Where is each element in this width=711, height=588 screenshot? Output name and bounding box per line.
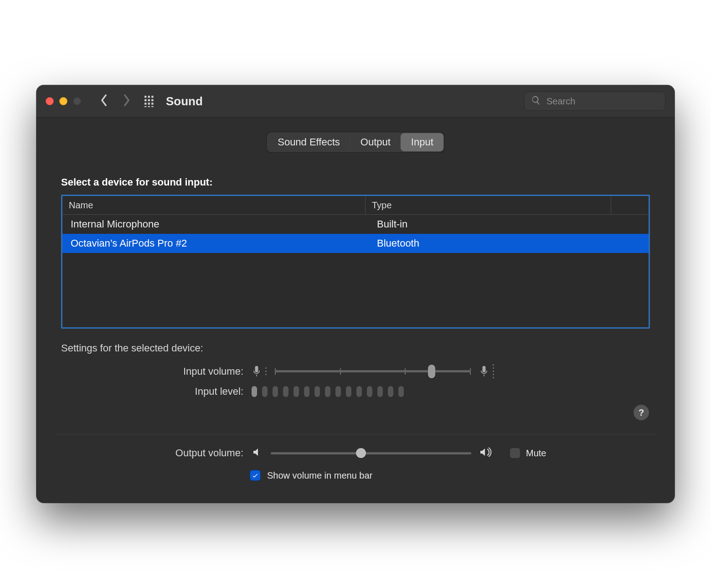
mute-label: Mute — [526, 448, 546, 459]
help-button[interactable]: ? — [634, 405, 649, 420]
back-button[interactable] — [99, 94, 108, 109]
level-bar — [283, 386, 289, 397]
svg-rect-7 — [148, 103, 150, 104]
level-bar — [398, 386, 404, 397]
titlebar: Sound — [36, 85, 675, 118]
svg-rect-5 — [151, 99, 153, 101]
tab-sound-effects[interactable]: Sound Effects — [268, 133, 350, 151]
svg-rect-9 — [144, 106, 146, 107]
search-input[interactable] — [546, 96, 639, 107]
tab-output[interactable]: Output — [350, 133, 401, 151]
mute-checkbox[interactable] — [510, 448, 520, 459]
close-window-button[interactable] — [46, 97, 54, 105]
output-volume-slider[interactable] — [271, 446, 471, 460]
divider — [55, 434, 656, 434]
device-row[interactable]: Octavian’s AirPods Pro #2 Bluetooth — [62, 234, 649, 253]
svg-rect-4 — [148, 99, 150, 101]
svg-rect-10 — [148, 106, 150, 107]
input-level-meter — [252, 386, 404, 397]
tab-input[interactable]: Input — [401, 133, 443, 151]
input-device-list[interactable]: Name Type Internal Microphone Built-in O… — [61, 195, 650, 329]
svg-rect-6 — [144, 103, 146, 104]
input-volume-slider[interactable] — [275, 365, 471, 378]
zoom-window-button[interactable] — [73, 97, 81, 105]
level-bar — [367, 386, 372, 397]
nav-buttons — [99, 94, 131, 109]
input-volume-label: Input volume: — [61, 366, 243, 377]
svg-rect-0 — [144, 96, 146, 98]
level-bar — [356, 386, 362, 397]
input-section-title: Select a device for sound input: — [61, 176, 650, 188]
device-type: Built-in — [369, 218, 649, 230]
device-list-header: Name Type — [62, 196, 649, 215]
svg-rect-11 — [151, 106, 153, 107]
show-volume-menubar-label: Show volume in menu bar — [267, 470, 372, 481]
forward-button[interactable] — [122, 94, 131, 109]
search-icon — [531, 95, 541, 108]
mic-high-icon — [479, 364, 494, 378]
selected-device-settings-title: Settings for the selected device: — [61, 342, 650, 354]
preferences-window: Sound Sound Effects Output Input Select … — [36, 85, 675, 503]
mic-low-icon — [252, 365, 267, 378]
speaker-high-icon — [479, 447, 493, 460]
svg-rect-3 — [144, 99, 146, 101]
level-bar — [304, 386, 309, 397]
device-row[interactable]: Internal Microphone Built-in — [62, 215, 649, 234]
show-all-button[interactable] — [144, 95, 156, 107]
device-type: Bluetooth — [369, 237, 649, 249]
device-name: Internal Microphone — [62, 218, 369, 230]
column-name[interactable]: Name — [62, 200, 365, 211]
level-bar — [377, 386, 383, 397]
show-volume-menubar-checkbox[interactable] — [250, 470, 261, 481]
level-bar — [262, 386, 268, 397]
column-spacer — [611, 196, 649, 214]
tabs: Sound Effects Output Input — [267, 132, 444, 152]
level-bar — [325, 386, 330, 397]
svg-rect-2 — [151, 96, 153, 98]
level-bar — [252, 386, 257, 397]
level-bar — [314, 386, 320, 397]
svg-rect-1 — [148, 96, 150, 98]
page-title: Sound — [166, 94, 203, 108]
level-bar — [388, 386, 393, 397]
svg-rect-8 — [151, 103, 153, 104]
input-level-label: Input level: — [61, 386, 243, 397]
content: Sound Effects Output Input Select a devi… — [36, 118, 675, 503]
level-bar — [273, 386, 278, 397]
speaker-low-icon — [252, 447, 263, 460]
minimize-window-button[interactable] — [59, 97, 67, 105]
output-volume-label: Output volume: — [61, 447, 243, 459]
column-type[interactable]: Type — [365, 196, 611, 214]
device-name: Octavian’s AirPods Pro #2 — [62, 237, 369, 249]
traffic-lights — [46, 97, 81, 105]
level-bar — [335, 386, 341, 397]
search-field[interactable] — [524, 92, 665, 111]
level-bar — [294, 386, 299, 397]
level-bar — [346, 386, 351, 397]
